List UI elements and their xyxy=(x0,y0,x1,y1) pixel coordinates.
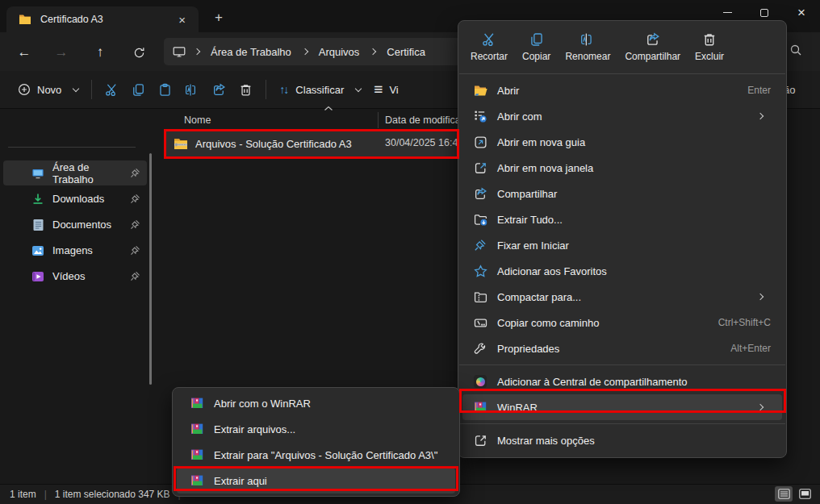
menu-item-add-favorites[interactable]: Adicionar aos Favoritos xyxy=(462,258,782,284)
pin-icon xyxy=(130,245,140,256)
column-header-name[interactable]: Nome xyxy=(164,115,211,126)
sidebar-item-videos[interactable]: Vídeos xyxy=(3,264,147,289)
view-button[interactable]: ≡ Vi xyxy=(367,76,404,103)
winrar-icon xyxy=(473,400,487,414)
menu-item-winrar[interactable]: WinRAR xyxy=(462,394,782,420)
menu-item-share-center[interactable]: Adicionar à Central de compartilhamento xyxy=(462,369,782,394)
sidebar-label: Área de Trabalho xyxy=(52,161,123,185)
breadcrumb-item-certificado[interactable]: Certifica xyxy=(383,46,429,58)
share-icon xyxy=(473,186,487,201)
sidebar-item-desktop[interactable]: Área de Trabalho xyxy=(3,160,147,185)
refresh-icon[interactable] xyxy=(128,42,150,63)
sort-ascending-icon xyxy=(324,106,333,111)
breadcrumb-item-arquivos[interactable]: Arquivos xyxy=(316,46,363,58)
rename-icon xyxy=(580,32,596,47)
rename-icon xyxy=(185,83,199,97)
sidebar-item-pictures[interactable]: Imagens xyxy=(3,238,147,263)
toolbar-separator xyxy=(91,80,92,99)
paste-icon xyxy=(158,83,172,97)
plus-circle-icon xyxy=(18,83,31,96)
menu-item-open-with[interactable]: Abrir com xyxy=(462,103,782,129)
chevron-right-icon xyxy=(757,404,764,410)
shortcut-label: Ctrl+Shift+C xyxy=(718,317,771,328)
shortcut-label: Alt+Enter xyxy=(730,343,771,354)
menu-item-open[interactable]: Abrir Enter xyxy=(462,77,782,103)
submenu-item-extract-files[interactable]: Extrair arquivos... xyxy=(177,416,455,442)
pin-icon xyxy=(130,219,140,230)
zip-folder-icon xyxy=(473,289,487,304)
menu-item-share[interactable]: Compartilhar xyxy=(462,181,782,206)
submenu-item-extract-here[interactable]: Extrair aqui xyxy=(177,468,455,494)
submenu-item-extract-to-folder[interactable]: Extrair para "Arquivos - Solução Certifi… xyxy=(177,442,455,468)
new-tab-button[interactable]: + xyxy=(208,10,229,26)
pin-icon xyxy=(130,194,140,204)
cut-button[interactable] xyxy=(98,76,125,103)
delete-button[interactable] xyxy=(232,76,259,103)
chevron-down-icon xyxy=(73,85,79,91)
context-menu: Recortar Copiar Renomear Compartilhar Ex… xyxy=(458,20,787,458)
file-name: Arquivos - Solução Certificado A3 xyxy=(195,138,352,150)
menu-item-compress-to[interactable]: Compactar para... xyxy=(462,284,782,310)
menu-divider xyxy=(459,364,785,365)
cut-quick-button[interactable]: Recortar xyxy=(465,29,513,65)
pin-icon xyxy=(130,271,140,281)
menu-item-open-new-tab[interactable]: Abrir em nova guia xyxy=(462,129,782,155)
menu-item-pin-to-start[interactable]: Fixar em Iniciar xyxy=(462,232,782,258)
pictures-icon xyxy=(31,244,45,258)
thumbnail-view-toggle[interactable] xyxy=(796,486,814,502)
share-center-icon xyxy=(473,374,487,389)
pin-icon xyxy=(473,238,487,252)
copy-quick-button[interactable]: Copiar xyxy=(517,29,556,65)
submenu-item-open-with-winrar[interactable]: Abrir com o WinRAR xyxy=(177,390,455,416)
star-icon xyxy=(473,264,487,278)
sort-arrows-icon: ↑↓ xyxy=(279,83,287,96)
explorer-tab[interactable]: Certificado A3 × xyxy=(6,6,199,32)
sidebar-item-documents[interactable]: Documentos xyxy=(3,212,147,237)
open-folder-icon xyxy=(473,83,487,98)
rename-button[interactable] xyxy=(178,76,206,103)
item-count: 1 item xyxy=(10,489,36,500)
up-icon[interactable]: ↑ xyxy=(89,42,111,63)
file-modified-date: 30/04/2025 16:44 xyxy=(385,137,463,148)
tab-close-icon[interactable]: × xyxy=(174,13,190,27)
copy-icon xyxy=(529,32,544,47)
delete-quick-button[interactable]: Excluir xyxy=(689,29,730,65)
archive-file-icon xyxy=(174,137,188,152)
share-icon xyxy=(646,32,660,47)
menu-item-show-more-options[interactable]: Mostrar mais opções xyxy=(462,427,782,453)
details-view-toggle[interactable] xyxy=(775,486,793,502)
rename-quick-button[interactable]: Renomear xyxy=(559,29,616,65)
column-header-date[interactable]: Data de modifica xyxy=(385,115,461,126)
extract-all-icon xyxy=(473,212,487,227)
forward-icon[interactable]: → xyxy=(50,42,73,63)
column-separator[interactable] xyxy=(378,112,379,128)
back-icon[interactable]: ← xyxy=(13,42,36,63)
show-more-icon xyxy=(473,433,487,448)
menu-item-properties[interactable]: Propriedades Alt+Enter xyxy=(462,335,782,361)
menu-item-extract-all[interactable]: Extrair Tudo... xyxy=(462,206,782,232)
sidebar-scrollbar[interactable] xyxy=(149,153,152,385)
documents-icon xyxy=(31,218,45,232)
share-quick-button[interactable]: Compartilhar xyxy=(619,29,686,65)
sort-button[interactable]: ↑↓ Classificar xyxy=(273,76,367,103)
pin-icon xyxy=(130,168,140,178)
new-tab-arrow-icon xyxy=(473,135,487,149)
selection-info: 1 item selecionado 347 KB xyxy=(55,489,170,500)
sidebar-item-downloads[interactable]: Downloads xyxy=(3,186,147,211)
menu-item-open-new-window[interactable]: Abrir em nova janela xyxy=(462,155,782,181)
close-button[interactable]: × xyxy=(783,0,820,25)
new-button[interactable]: Novo xyxy=(11,76,85,103)
search-icon[interactable] xyxy=(789,44,802,56)
breadcrumb-item-desktop[interactable]: Área de Trabalho xyxy=(207,46,295,58)
share-icon xyxy=(212,83,226,97)
tab-title: Certificado A3 xyxy=(40,14,174,25)
sidebar-label: Downloads xyxy=(52,193,104,205)
paste-button[interactable] xyxy=(152,76,178,103)
winrar-icon xyxy=(190,448,204,462)
details-view-icon xyxy=(778,489,790,499)
copy-button[interactable] xyxy=(125,76,152,103)
menu-item-copy-as-path[interactable]: Copiar como caminho Ctrl+Shift+C xyxy=(462,310,782,335)
share-button[interactable] xyxy=(206,76,232,103)
status-divider: | xyxy=(44,489,47,500)
downloads-icon xyxy=(31,192,45,206)
